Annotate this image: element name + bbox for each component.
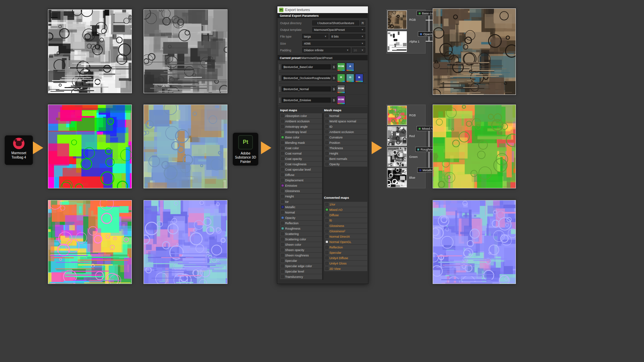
- channel-chip-r[interactable]: R: [337, 74, 345, 82]
- map-label: Diffuse: [329, 214, 339, 217]
- input-map-anisotropy-angle[interactable]: Anisotropy angle: [280, 124, 322, 129]
- converted-map-2d-view[interactable]: 2D View: [324, 266, 367, 271]
- current-preset-label: Current preset:: [280, 56, 302, 60]
- converted-map-1-ior[interactable]: 1/ior: [324, 202, 367, 207]
- input-map-glossiness[interactable]: Glossiness: [280, 188, 322, 193]
- mesh-map-bent-normals[interactable]: Bent normals: [324, 156, 367, 161]
- marmoset-toolbag-icon[interactable]: Marmoset Toolbag 4: [5, 135, 33, 165]
- input-map-height[interactable]: Height: [280, 194, 322, 199]
- preset-name-input[interactable]: $textureSet_OcclusionRoughnessMetallic: [282, 75, 331, 80]
- converted-map-reflection[interactable]: Reflection: [324, 245, 367, 250]
- input-map-anisotropy-level[interactable]: Anisotropy level: [280, 129, 322, 134]
- map-label: Bent normals: [329, 157, 347, 161]
- input-map-absorption-color[interactable]: Absorption color: [280, 113, 322, 118]
- converted-map-normal-directx[interactable]: Normal DirectX: [324, 234, 367, 239]
- converted-map-f0[interactable]: f0: [324, 218, 367, 223]
- input-map-diffuse[interactable]: Diffuse: [280, 172, 322, 177]
- mesh-map-normal[interactable]: Normal: [324, 113, 367, 118]
- map-label: Height: [329, 152, 338, 155]
- pattern-variable-button[interactable]: $: [332, 64, 336, 70]
- input-map-normal[interactable]: Normal: [280, 210, 322, 215]
- mesh-map-thickness[interactable]: Thickness: [324, 145, 367, 150]
- converted-map-normal-opengl[interactable]: Normal OpenGL: [324, 239, 367, 244]
- mesh-map-id[interactable]: ID: [324, 124, 367, 129]
- input-map-coat-roughness[interactable]: Coat roughness: [280, 162, 322, 167]
- input-map-scattering-color[interactable]: Scattering color: [280, 237, 322, 242]
- mesh-map-height[interactable]: Height: [324, 151, 367, 156]
- padding-label: Padding: [280, 49, 291, 52]
- dialog-titlebar[interactable]: Pt Export textures: [277, 6, 368, 13]
- input-map-coat-opacity[interactable]: Coat opacity: [280, 156, 322, 161]
- mesh-map-world-space-normal[interactable]: World space normal: [324, 119, 367, 124]
- converted-map-glossiness[interactable]: Glossiness: [324, 223, 367, 228]
- mesh-map-opacity[interactable]: Opacity: [324, 162, 367, 167]
- map-swatch: [281, 157, 284, 160]
- input-map-scattering[interactable]: Scattering: [280, 231, 322, 236]
- input-map-coat-normal[interactable]: Coat normal: [280, 151, 322, 156]
- map-label: Normal: [285, 211, 295, 214]
- drag-handle-icon[interactable]: [279, 98, 281, 103]
- input-map-blending-mask[interactable]: Blending mask: [280, 140, 322, 145]
- padding-select[interactable]: Dilation infinite▼: [302, 48, 351, 53]
- chevron-down-icon: ▼: [361, 42, 364, 45]
- bit-depth-select[interactable]: 8 bits▼: [330, 34, 365, 39]
- converted-map-unity4-gloss[interactable]: Unity4 Gloss: [324, 261, 367, 266]
- pattern-variable-button[interactable]: $: [332, 97, 336, 103]
- input-map-coat-specular-level[interactable]: Coat specular level: [280, 167, 322, 172]
- substance-painter-icon[interactable]: Pt Adobe Substance 3D Painter: [233, 133, 258, 166]
- texture-grayscale-height-canvas: [144, 10, 227, 93]
- input-map-specular-edge-color[interactable]: Specular edge color: [280, 263, 322, 268]
- channel-chip-g[interactable]: G: [346, 74, 354, 82]
- input-map-metallic[interactable]: Metallic: [280, 204, 322, 209]
- input-map-sheen-roughness[interactable]: Sheen roughness: [280, 253, 322, 258]
- input-map-coat-color[interactable]: Coat color: [280, 145, 322, 150]
- pattern-variable-button[interactable]: $: [332, 75, 336, 81]
- channel-chip-a[interactable]: A: [346, 63, 354, 71]
- map-swatch: [325, 224, 328, 227]
- input-map-base-color[interactable]: Base color: [280, 135, 322, 140]
- input-map-sheen-opacity[interactable]: Sheen opacity: [280, 247, 322, 252]
- input-map-opacity[interactable]: Opacity: [280, 215, 322, 220]
- input-maps-header: Input maps: [280, 108, 297, 113]
- output-template-row: Output template MarmosetOpacitPreset▼: [277, 27, 368, 33]
- pattern-variable-button[interactable]: $: [332, 86, 336, 92]
- texture-orm-final: [433, 105, 516, 188]
- converted-map-diffuse[interactable]: Diffuse: [324, 213, 367, 218]
- channel-gradient-strip: [337, 81, 345, 82]
- drag-handle-icon[interactable]: [279, 64, 281, 70]
- drag-handle-icon[interactable]: [279, 75, 281, 81]
- channel-chip-rgb[interactable]: RGB: [337, 96, 345, 105]
- preset-name-input[interactable]: $textureSet_Normal: [282, 86, 331, 92]
- channel-chip-rgb[interactable]: RGB: [337, 63, 345, 71]
- size-select[interactable]: 4096▼: [302, 41, 365, 46]
- mesh-map-ambient-occlusion[interactable]: Ambient occlusion: [324, 129, 367, 134]
- input-map-specular[interactable]: Specular: [280, 258, 322, 263]
- drag-handle-icon[interactable]: [279, 86, 281, 92]
- converted-map-unity4-diffuse[interactable]: Unity4 Diffuse: [324, 255, 367, 260]
- input-maps-scrollbar[interactable]: [322, 113, 323, 280]
- converted-map-mixed-ao[interactable]: Mixed AO: [324, 207, 367, 212]
- output-template-select[interactable]: MarmosetOpacitPreset▼: [312, 27, 365, 32]
- preset-name-input[interactable]: $textureSet_BaseColor: [282, 64, 331, 69]
- input-map-translucency[interactable]: Translucency: [280, 274, 322, 279]
- channel-chip-b[interactable]: B: [355, 74, 363, 82]
- output-directory-input[interactable]: I:/outsorce/ShotGun/texture: [312, 20, 359, 25]
- map-label: Coat normal: [285, 152, 302, 155]
- channel-chip-rgb[interactable]: RGB: [337, 85, 345, 94]
- input-map-sheen-color[interactable]: Sheen color: [280, 242, 322, 247]
- input-map-ambient-occlusion[interactable]: Ambient occlusion: [280, 119, 322, 124]
- converted-map-specular[interactable]: Specular: [324, 250, 367, 255]
- mesh-map-position[interactable]: Position: [324, 140, 367, 145]
- input-map-roughness[interactable]: Roughness: [280, 226, 322, 231]
- map-label: Glossiness: [285, 189, 300, 193]
- input-map-emissive[interactable]: Emissive: [280, 183, 322, 188]
- preset-name-input[interactable]: $textureSet_Emissive: [282, 98, 331, 103]
- file-type-select[interactable]: targa▼: [302, 34, 328, 39]
- converted-map-glossiness-[interactable]: Glossiness²: [324, 229, 367, 234]
- input-map-reflection[interactable]: Reflection: [280, 221, 322, 226]
- input-map-displacement[interactable]: Displacement: [280, 178, 322, 183]
- output-directory-r-button[interactable]: R: [360, 20, 365, 25]
- input-map-specular-level[interactable]: Specular level: [280, 269, 322, 274]
- mesh-map-curvature[interactable]: Curvature: [324, 135, 367, 140]
- input-map-ior[interactable]: Ior: [280, 199, 322, 204]
